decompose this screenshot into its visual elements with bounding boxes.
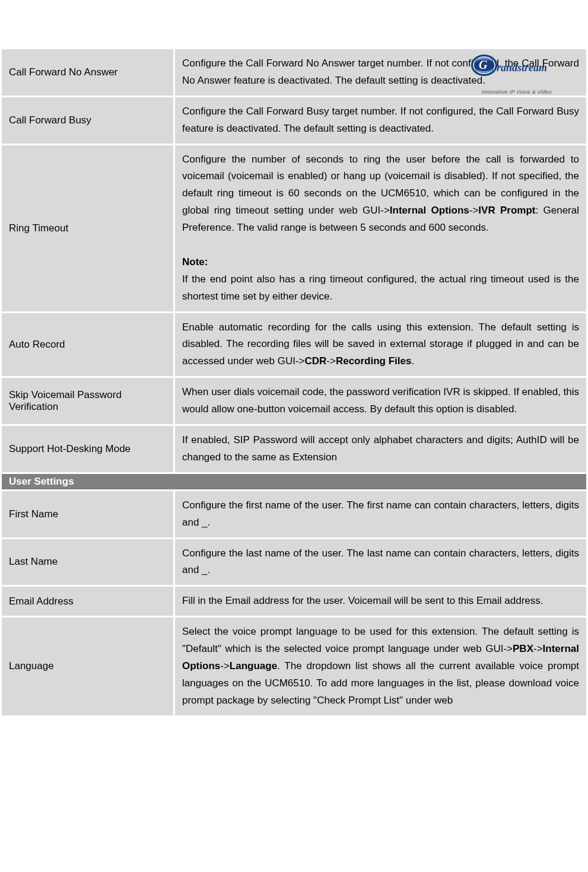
table-row: Call Forward BusyConfigure the Call Forw… bbox=[1, 96, 587, 144]
setting-label: Call Forward Busy bbox=[1, 96, 174, 144]
setting-description: Configure the last name of the user. The… bbox=[174, 538, 587, 586]
setting-label: First Name bbox=[1, 490, 174, 538]
section-header: User Settings bbox=[1, 473, 587, 490]
table-row: LanguageSelect the voice prompt language… bbox=[1, 617, 587, 716]
section-header-row: User Settings bbox=[1, 473, 587, 490]
setting-label: Email Address bbox=[1, 586, 174, 617]
setting-label: Call Forward No Answer bbox=[1, 49, 174, 97]
setting-label: Ring Timeout bbox=[1, 144, 174, 312]
setting-description: Configure the first name of the user. Th… bbox=[174, 490, 587, 538]
setting-label: Skip Voicemail Password Verification bbox=[1, 377, 174, 425]
settings-table: Call Forward No AnswerConfigure the Call… bbox=[0, 47, 588, 717]
setting-description: Fill in the Email address for the user. … bbox=[174, 586, 587, 617]
table-row: Ring TimeoutConfigure the number of seco… bbox=[1, 144, 587, 312]
setting-description: Enable automatic recording for the calls… bbox=[174, 312, 587, 377]
table-row: Auto RecordEnable automatic recording fo… bbox=[1, 312, 587, 377]
setting-label: Auto Record bbox=[1, 312, 174, 377]
setting-description: Configure the number of seconds to ring … bbox=[174, 144, 587, 312]
brand-tagline: Innovative IP Voice & Video bbox=[463, 89, 570, 95]
grandstream-logo-icon: G randstream bbox=[463, 53, 570, 86]
table-row: Support Hot-Desking ModeIf enabled, SIP … bbox=[1, 425, 587, 473]
setting-label: Last Name bbox=[1, 538, 174, 586]
svg-text:G: G bbox=[479, 58, 488, 71]
setting-description: When user dials voicemail code, the pass… bbox=[174, 377, 587, 425]
setting-description: If enabled, SIP Password will accept onl… bbox=[174, 425, 587, 473]
table-row: Skip Voicemail Password VerificationWhen… bbox=[1, 377, 587, 425]
brand-logo: G randstream Innovative IP Voice & Video bbox=[463, 53, 570, 89]
setting-description: Configure the Call Forward Busy target n… bbox=[174, 96, 587, 144]
setting-description: Select the voice prompt language to be u… bbox=[174, 617, 587, 716]
setting-label: Support Hot-Desking Mode bbox=[1, 425, 174, 473]
setting-label: Language bbox=[1, 617, 174, 716]
table-row: Email AddressFill in the Email address f… bbox=[1, 586, 587, 617]
table-row: First NameConfigure the first name of th… bbox=[1, 490, 587, 538]
table-row: Last NameConfigure the last name of the … bbox=[1, 538, 587, 586]
svg-text:randstream: randstream bbox=[497, 62, 547, 74]
